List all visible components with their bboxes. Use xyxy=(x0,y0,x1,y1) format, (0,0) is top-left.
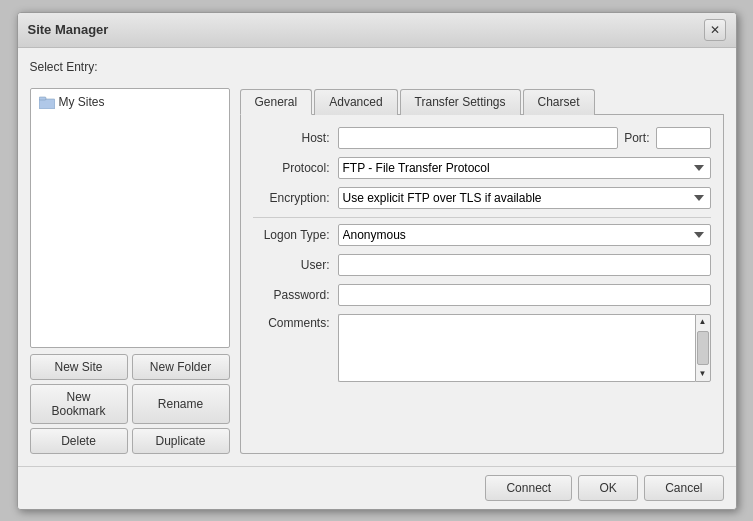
svg-rect-0 xyxy=(39,99,55,109)
port-label: Port: xyxy=(618,131,655,145)
right-panel: General Advanced Transfer Settings Chars… xyxy=(240,88,724,454)
tab-charset[interactable]: Charset xyxy=(523,89,595,115)
encryption-select[interactable]: Use explicit FTP over TLS if available O… xyxy=(338,187,711,209)
host-input[interactable] xyxy=(338,127,619,149)
logon-type-row: Logon Type: Anonymous Normal Ask for pas… xyxy=(253,224,711,246)
new-bookmark-button[interactable]: New Bookmark xyxy=(30,384,128,424)
site-manager-window: Site Manager ✕ Select Entry: My Sites xyxy=(17,12,737,510)
button-group-top: New Site New Folder New Bookmark Rename … xyxy=(30,354,230,454)
tab-content-general: Host: Port: Protocol: FTP - File Transfe… xyxy=(240,115,724,454)
main-area: My Sites New Site New Folder New Bookmar… xyxy=(30,88,724,454)
window-content: Select Entry: My Sites New Site New Fold… xyxy=(18,48,736,466)
host-port-row: Port: xyxy=(338,127,711,149)
comments-textarea[interactable] xyxy=(338,314,695,382)
cancel-button[interactable]: Cancel xyxy=(644,475,723,501)
scrollbar-down-button[interactable]: ▼ xyxy=(696,367,710,381)
protocol-row: Protocol: FTP - File Transfer Protocol S… xyxy=(253,157,711,179)
encryption-label: Encryption: xyxy=(253,191,338,205)
connect-button[interactable]: Connect xyxy=(485,475,572,501)
comments-label-row: Comments: ▲ ▼ xyxy=(253,314,711,382)
comments-section: Comments: ▲ ▼ xyxy=(253,314,711,382)
tab-general[interactable]: General xyxy=(240,89,313,115)
folder-icon xyxy=(39,95,55,109)
select-entry-label: Select Entry: xyxy=(30,60,724,74)
duplicate-button[interactable]: Duplicate xyxy=(132,428,230,454)
ok-button[interactable]: OK xyxy=(578,475,638,501)
rename-button[interactable]: Rename xyxy=(132,384,230,424)
left-panel: My Sites New Site New Folder New Bookmar… xyxy=(30,88,230,454)
tab-transfer-settings[interactable]: Transfer Settings xyxy=(400,89,521,115)
port-input[interactable] xyxy=(656,127,711,149)
delete-button[interactable]: Delete xyxy=(30,428,128,454)
logon-type-select[interactable]: Anonymous Normal Ask for password Intera… xyxy=(338,224,711,246)
encryption-row: Encryption: Use explicit FTP over TLS if… xyxy=(253,187,711,209)
bottom-bar: Connect OK Cancel xyxy=(18,466,736,509)
user-input[interactable] xyxy=(338,254,711,276)
comments-label: Comments: xyxy=(253,314,338,330)
user-row: User: xyxy=(253,254,711,276)
close-button[interactable]: ✕ xyxy=(704,19,726,41)
my-sites-label: My Sites xyxy=(59,95,105,109)
tabs-bar: General Advanced Transfer Settings Chars… xyxy=(240,88,724,115)
password-row: Password: xyxy=(253,284,711,306)
host-row: Host: Port: xyxy=(253,127,711,149)
protocol-label: Protocol: xyxy=(253,161,338,175)
comments-textarea-wrapper: ▲ ▼ xyxy=(338,314,711,382)
new-folder-button[interactable]: New Folder xyxy=(132,354,230,380)
window-title: Site Manager xyxy=(28,22,109,37)
host-label: Host: xyxy=(253,131,338,145)
svg-rect-1 xyxy=(39,97,46,100)
title-bar: Site Manager ✕ xyxy=(18,13,736,48)
scrollbar-thumb[interactable] xyxy=(697,331,709,365)
comments-scrollbar[interactable]: ▲ ▼ xyxy=(695,314,711,382)
tab-advanced[interactable]: Advanced xyxy=(314,89,397,115)
user-label: User: xyxy=(253,258,338,272)
tree-view[interactable]: My Sites xyxy=(30,88,230,348)
tree-item-my-sites[interactable]: My Sites xyxy=(35,93,225,111)
form-divider xyxy=(253,217,711,218)
password-label: Password: xyxy=(253,288,338,302)
logon-type-label: Logon Type: xyxy=(253,228,338,242)
scrollbar-up-button[interactable]: ▲ xyxy=(696,315,710,329)
password-input[interactable] xyxy=(338,284,711,306)
new-site-button[interactable]: New Site xyxy=(30,354,128,380)
protocol-select[interactable]: FTP - File Transfer Protocol SFTP - SSH … xyxy=(338,157,711,179)
